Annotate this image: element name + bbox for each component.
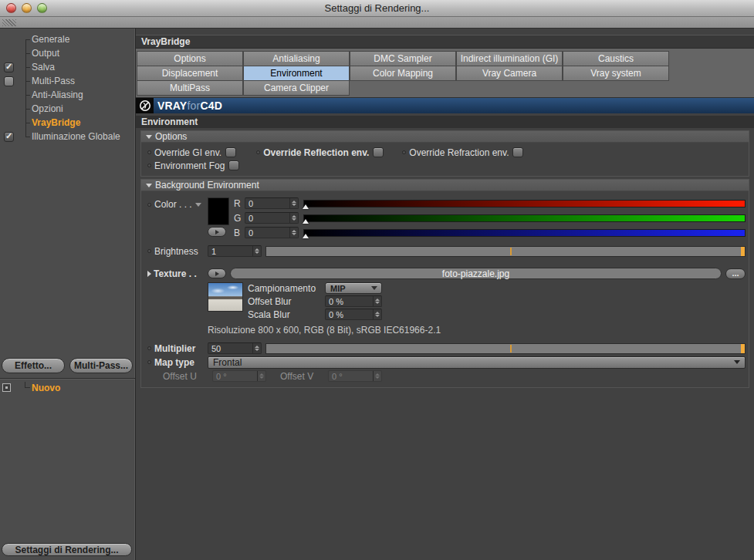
param-dot-icon (147, 249, 151, 253)
effect-target-icon[interactable] (2, 383, 11, 392)
tab-camera-clipper[interactable]: Camera Clipper (243, 80, 350, 96)
background-environment-header[interactable]: Background Environment (141, 180, 749, 191)
color-expand-arrow-button[interactable] (208, 227, 226, 237)
tab-vray-camera[interactable]: Vray Camera (456, 66, 563, 81)
sidebar-item-vraybridge[interactable]: VrayBridge (0, 116, 135, 130)
gradient-handle-icon[interactable] (303, 219, 309, 224)
offset-v-input: 0 ° (328, 370, 382, 382)
map-type-label: Map type (154, 357, 194, 368)
sidebar-item-anti-aliasing[interactable]: Anti-Aliasing (0, 88, 135, 102)
gradient-handle-icon[interactable] (303, 204, 309, 209)
sidebar-item-generale[interactable]: Generale (0, 32, 135, 46)
offset-blur-input[interactable]: 0 % (325, 295, 382, 307)
scale-blur-input[interactable]: 0 % (325, 309, 382, 320)
tab-environment[interactable]: Environment (243, 66, 350, 81)
brightness-slider[interactable] (265, 246, 746, 257)
sampling-dropdown[interactable]: MIP (325, 282, 382, 294)
override-gi-env-checkbox[interactable] (225, 147, 236, 157)
channel-g-gradient-slider[interactable] (303, 214, 746, 222)
environment-fog-checkbox[interactable] (228, 160, 239, 170)
param-dot-icon (147, 164, 151, 167)
override-refraction-env-checkbox[interactable] (512, 147, 523, 157)
texture-file-field[interactable]: foto-piazzale.jpg (230, 268, 722, 279)
tab-color-mapping[interactable]: Color Mapping (350, 66, 456, 81)
multiplier-slider[interactable] (265, 343, 746, 354)
channel-r-gradient-slider[interactable] (303, 200, 746, 207)
stepper-icon[interactable] (289, 198, 298, 208)
stepper-icon[interactable] (289, 228, 298, 238)
texture-thumbnail[interactable] (208, 282, 243, 312)
channel-b-label: B (234, 228, 245, 238)
tab-caustics[interactable]: Caustics (563, 51, 669, 66)
sidebar-item-label: Generale (32, 34, 69, 45)
effect-button[interactable]: Effetto... (2, 358, 65, 373)
sidebar-item-multi-pass[interactable]: Multi-Pass (0, 74, 135, 88)
stepper-icon[interactable] (252, 343, 261, 353)
vrayforc4d-banner: VRAYforC4D (136, 98, 754, 113)
render-settings-button[interactable]: Settaggi di Rendering... (2, 543, 132, 556)
channel-b-input[interactable]: 0 (245, 227, 299, 238)
collapse-triangle-icon (146, 184, 152, 187)
texture-browse-button[interactable]: ... (725, 268, 746, 279)
slider-handle[interactable] (741, 247, 745, 256)
brightness-input[interactable]: 1 (208, 245, 262, 257)
sidebar-item-label: Opzioni (32, 103, 63, 114)
offset-v-label: Offset V (280, 371, 328, 382)
offset-u-label: Offset U (163, 371, 208, 382)
effect-item-label: Nuovo (32, 383, 60, 393)
slider-handle[interactable] (741, 344, 745, 353)
environment-fog-label: Environment Fog (154, 160, 225, 171)
stepper-icon[interactable] (373, 309, 381, 319)
enable-checkbox[interactable] (4, 76, 14, 86)
group-title: Background Environment (155, 180, 259, 191)
map-type-dropdown[interactable]: Frontal (208, 356, 746, 369)
tab-options[interactable]: Options (137, 51, 243, 66)
tab-antialiasing[interactable]: Antialiasing (243, 51, 350, 66)
sidebar-item-salva[interactable]: Salva (0, 60, 135, 74)
stepper-icon[interactable] (252, 246, 261, 256)
param-dot-icon (147, 346, 151, 350)
sidebar-item-output[interactable]: Output (0, 46, 135, 60)
offset-u-input: 0 ° (212, 370, 266, 382)
vray-logo-text: VRAYforC4D (157, 100, 222, 112)
window-titlebar: Settaggi di Rendering... (0, 0, 754, 17)
sidebar-item-opzioni[interactable]: Opzioni (0, 102, 135, 116)
channel-g-label: G (234, 213, 245, 224)
override-reflection-env-checkbox[interactable] (373, 147, 384, 157)
grip-icon[interactable] (2, 19, 16, 26)
sidebar-item-illuminazione-globale[interactable]: Illuminazione Globale (0, 130, 135, 143)
tab-multipass[interactable]: MultiPass (137, 80, 243, 96)
channel-g-input[interactable]: 0 (245, 212, 299, 224)
stepper-icon[interactable] (373, 296, 381, 306)
multiplier-input[interactable]: 50 (208, 342, 262, 354)
tab-displacement[interactable]: Displacement (137, 66, 243, 81)
enable-checkbox[interactable] (4, 132, 14, 142)
group-title: Options (155, 131, 187, 142)
stepper-icon (373, 371, 381, 381)
settings-tree: Generale Output Salva Multi-Pass Anti-Al… (0, 29, 135, 143)
dropdown-arrow-icon (734, 360, 740, 364)
enable-checkbox[interactable] (4, 62, 14, 73)
multipass-button[interactable]: Multi-Pass... (69, 358, 133, 373)
logo-for: for (187, 100, 200, 112)
texture-expand-icon[interactable] (147, 271, 151, 277)
tab-indirect-illumination[interactable]: Indirect illumination (GI) (456, 51, 563, 66)
gradient-handle-icon[interactable] (303, 234, 309, 238)
tab-dmc-sampler[interactable]: DMC Sampler (350, 51, 456, 66)
channel-b-gradient-slider[interactable] (303, 229, 746, 237)
stepper-icon[interactable] (289, 213, 298, 223)
window-title: Settaggi di Rendering... (0, 2, 754, 14)
sidebar-item-label: Salva (32, 62, 55, 73)
color-expand-icon[interactable] (195, 203, 201, 207)
scale-blur-label: Scala Blur (248, 309, 325, 320)
texture-arrow-button[interactable] (208, 268, 226, 278)
texture-resolution-info: Risoluzione 800 x 600, RGB (8 Bit), sRGB… (208, 325, 746, 336)
vray-logo-icon (136, 98, 154, 113)
channel-r-input[interactable]: 0 (245, 197, 299, 209)
options-group-header[interactable]: Options (141, 131, 749, 143)
color-swatch[interactable] (208, 197, 229, 225)
tab-vray-system[interactable]: Vray system (563, 66, 669, 81)
toolbar-strip (0, 17, 754, 29)
collapse-triangle-icon (146, 135, 152, 139)
effect-item-nuovo[interactable]: Nuovo (0, 380, 135, 396)
